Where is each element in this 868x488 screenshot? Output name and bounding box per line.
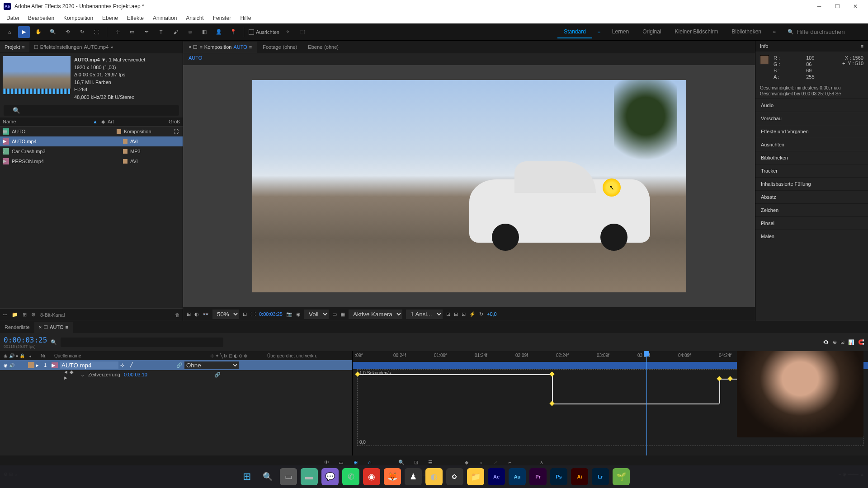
taskbar-explorer[interactable]: 📁 xyxy=(467,468,484,485)
menu-animation[interactable]: Animation xyxy=(148,14,181,22)
snap-tool-icon[interactable]: ✧ xyxy=(282,26,294,38)
taskbar-firefox[interactable]: 🦊 xyxy=(384,468,401,485)
interpret-icon[interactable]: ⚏ xyxy=(3,312,7,318)
taskbar-ae[interactable]: Ae xyxy=(488,468,505,485)
rotate-tool-icon[interactable]: ↻ xyxy=(76,26,88,38)
new-comp-icon[interactable]: ⊞ xyxy=(23,312,27,318)
tl-snap-icon[interactable]: 🧲 xyxy=(858,339,864,345)
taskbar-ps[interactable]: Ps xyxy=(550,468,567,485)
menu-bearbeiten[interactable]: Bearbeiten xyxy=(24,14,59,22)
viewer-timecode[interactable]: 0:00:03:25 xyxy=(259,311,283,317)
taskbar-app-2[interactable]: ◉ xyxy=(363,468,380,485)
help-search-input[interactable] xyxy=(797,28,860,35)
playhead[interactable] xyxy=(646,351,647,455)
taskbar-start[interactable]: ⊞ xyxy=(238,468,255,485)
panel-pinsel[interactable]: Pinsel xyxy=(755,216,868,230)
vc-mask-icon[interactable]: 👓 xyxy=(203,311,209,317)
workspace-bibliotheken[interactable]: Bibliotheken xyxy=(726,26,768,38)
trash-icon[interactable]: 🗑 xyxy=(175,312,180,318)
tab-composition[interactable]: × ☐ ≡ Komposition AUTO ≡ xyxy=(183,42,257,53)
menu-ansicht[interactable]: Ansicht xyxy=(181,14,208,22)
layer-row-1[interactable]: ◉ 🔊 ▸ 1 ▶ ⊹ ╱ 🔗 Ohne xyxy=(0,360,352,370)
tab-renderlist[interactable]: Renderliste xyxy=(0,322,34,333)
hand-tool-icon[interactable]: ✋ xyxy=(33,26,44,38)
zoom-select[interactable]: 50% xyxy=(212,310,239,319)
anchor-tool-icon[interactable]: ⊹ xyxy=(112,26,123,38)
panel-effekte[interactable]: Effekte und Vorgaben xyxy=(755,125,868,138)
project-item-auto-comp[interactable]: ▦ AUTO Komposition ⛶ xyxy=(0,127,183,136)
panel-zeichen[interactable]: Zeichen xyxy=(755,203,868,216)
vc-crop-icon[interactable]: ⛶ xyxy=(250,311,255,317)
menu-effekte[interactable]: Effekte xyxy=(123,14,148,22)
text-tool-icon[interactable]: T xyxy=(155,26,167,38)
project-search-input[interactable] xyxy=(4,105,179,116)
stamp-tool-icon[interactable]: ⧈ xyxy=(184,26,196,38)
panel-absatz[interactable]: Absatz xyxy=(755,190,868,203)
panel-bibliotheken[interactable]: Bibliotheken xyxy=(755,151,868,164)
vc-grid-icon[interactable]: ⊞ xyxy=(187,311,191,317)
resolution-select[interactable]: Voll xyxy=(304,310,329,319)
current-timecode[interactable]: 0:00:03:25 xyxy=(4,336,47,344)
vc-guides-icon[interactable]: ⊞ xyxy=(454,311,458,317)
orbit-tool-icon[interactable]: ⟲ xyxy=(61,26,73,38)
tl-blur-icon[interactable]: ⊡ xyxy=(840,339,844,345)
taskbar-app-4[interactable]: ◐ xyxy=(425,468,443,485)
col-name-header[interactable]: Name xyxy=(3,119,93,125)
zoom-tool-icon[interactable]: 🔍 xyxy=(47,26,59,38)
menu-fenster[interactable]: Fenster xyxy=(208,14,236,22)
panel-ausrichten[interactable]: Ausrichten xyxy=(755,138,868,151)
asset-thumbnail[interactable] xyxy=(3,56,71,94)
tab-project[interactable]: Projekt ≡ xyxy=(0,42,29,52)
align-checkbox[interactable]: Ausrichten xyxy=(249,29,279,35)
col-art-header[interactable]: Art xyxy=(108,119,157,125)
roto-tool-icon[interactable]: 👤 xyxy=(213,26,225,38)
project-item-car-crash[interactable]: ♪ Car Crash.mp3 MP3 xyxy=(0,146,183,156)
tab-layer[interactable]: Ebene (ohne) xyxy=(302,42,344,52)
selection-tool-icon[interactable]: ▶ xyxy=(18,26,30,38)
timeline-graph[interactable]: :09f 00:24f 01:09f 01:24f 02:09f 02:24f … xyxy=(353,351,868,455)
vc-fast-icon[interactable]: ⚡ xyxy=(469,311,476,317)
panel-inhaltsbasierte[interactable]: Inhaltsbasierte Füllung xyxy=(755,177,868,190)
home-tool-icon[interactable]: ⌂ xyxy=(4,26,15,38)
breadcrumb[interactable]: AUTO xyxy=(189,55,202,61)
settings-icon[interactable]: ⚙ xyxy=(31,312,36,318)
workspace-more-icon[interactable]: » xyxy=(769,26,780,38)
bit-depth[interactable]: 8-Bit-Kanal xyxy=(40,312,65,318)
workspace-lernen[interactable]: Lernen xyxy=(606,26,635,38)
tl-comp-icon[interactable]: ⊕ xyxy=(833,339,837,345)
vc-alpha-icon[interactable]: ◐ xyxy=(194,311,199,317)
project-item-auto-mp4[interactable]: ▶ AUTO.mp4 AVI xyxy=(0,136,183,146)
tl-graph-icon[interactable]: 📊 xyxy=(848,339,854,345)
workspace-standard[interactable]: Standard xyxy=(557,26,592,38)
vc-res-icon[interactable]: ⊡ xyxy=(243,311,247,317)
composition-viewer[interactable]: ↖ xyxy=(183,65,755,307)
vc-3d-icon[interactable]: ⊡ xyxy=(446,311,450,317)
project-item-person-mp4[interactable]: ▶ PERSON.mp4 AVI xyxy=(0,156,183,166)
parent-select[interactable]: Ohne xyxy=(184,361,239,369)
timeline-search-input[interactable] xyxy=(61,338,223,347)
pen-tool-icon[interactable]: ✒ xyxy=(141,26,152,38)
shape-tool-icon[interactable]: ▭ xyxy=(126,26,138,38)
brush-tool-icon[interactable]: 🖌 xyxy=(170,26,181,38)
workspace-menu-icon[interactable]: ≡ xyxy=(593,26,605,38)
panel-malen[interactable]: Malen xyxy=(755,230,868,243)
tab-footage[interactable]: Footage (ohne) xyxy=(257,42,302,52)
camera-select[interactable]: Aktive Kamera xyxy=(349,310,402,319)
workspace-kleiner[interactable]: Kleiner Bildschirm xyxy=(669,26,725,38)
mask-tool-icon[interactable]: ⬚ xyxy=(297,26,308,38)
taskbar-app-1[interactable]: ▬ xyxy=(301,468,318,485)
taskbar-search[interactable]: 🔍 xyxy=(259,468,276,485)
taskbar-app-3[interactable]: ♟ xyxy=(405,468,422,485)
views-select[interactable]: 1 Ansi... xyxy=(406,310,443,319)
minimize-button[interactable]: ─ xyxy=(810,0,828,13)
tl-shy-icon[interactable]: 👁‍🗨 xyxy=(823,339,829,345)
maximize-button[interactable]: ☐ xyxy=(828,0,846,13)
vc-roi-icon[interactable]: ▭ xyxy=(332,311,337,317)
taskbar-au[interactable]: Au xyxy=(509,468,526,485)
panel-vorschau[interactable]: Vorschau xyxy=(755,112,868,125)
menu-komposition[interactable]: Komposition xyxy=(59,14,98,22)
taskbar-taskview[interactable]: ▭ xyxy=(280,468,297,485)
menu-ebene[interactable]: Ebene xyxy=(98,14,123,22)
taskbar-whatsapp[interactable]: ✆ xyxy=(342,468,359,485)
taskbar-pr[interactable]: Pr xyxy=(529,468,547,485)
